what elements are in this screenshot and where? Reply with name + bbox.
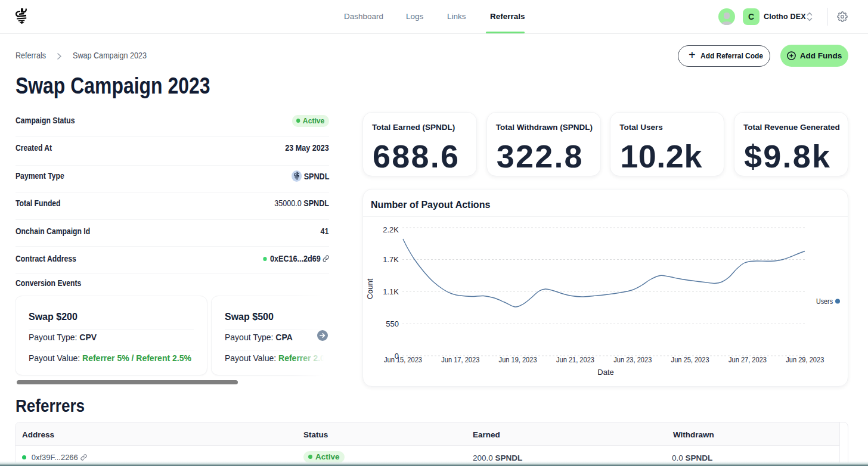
svg-text:Jun 29, 2023: Jun 29, 2023 — [786, 355, 824, 364]
svg-text:1.7K: 1.7K — [383, 255, 399, 264]
svg-text:Jun 19, 2023: Jun 19, 2023 — [499, 355, 537, 364]
svg-text:Users: Users — [816, 297, 833, 306]
svg-text:Jun 27, 2023: Jun 27, 2023 — [728, 355, 767, 364]
svg-text:Date: Date — [597, 368, 613, 377]
svg-text:Jun 21, 2023: Jun 21, 2023 — [556, 355, 594, 364]
svg-text:Count: Count — [365, 278, 374, 299]
svg-text:Jun 23, 2023: Jun 23, 2023 — [613, 355, 652, 364]
svg-text:Jun 25, 2023: Jun 25, 2023 — [671, 355, 709, 364]
svg-text:1.1K: 1.1K — [383, 287, 399, 296]
svg-text:Jun 15, 2023: Jun 15, 2023 — [384, 355, 422, 364]
svg-text:Jun 17, 2023: Jun 17, 2023 — [441, 355, 479, 364]
svg-text:550: 550 — [386, 319, 399, 328]
svg-text:2.2K: 2.2K — [383, 225, 399, 234]
